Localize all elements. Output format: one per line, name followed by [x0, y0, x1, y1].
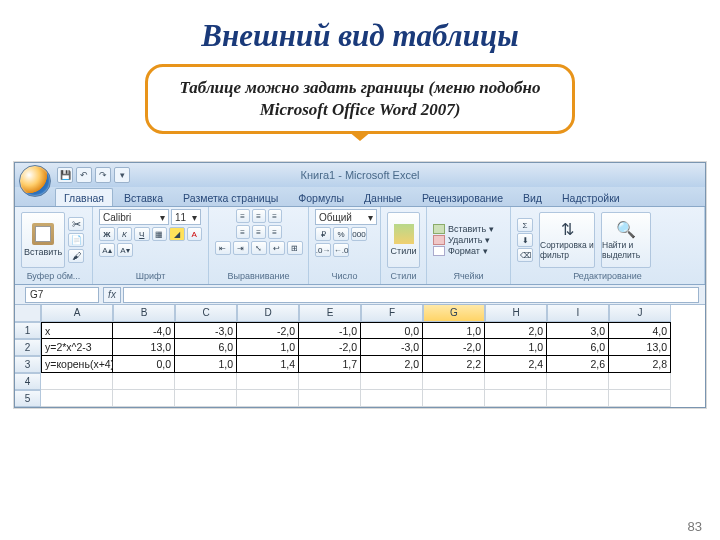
- cell[interactable]: -3,0: [175, 322, 237, 339]
- cell[interactable]: [237, 390, 299, 407]
- cell[interactable]: [485, 373, 547, 390]
- copy-button[interactable]: [68, 233, 84, 247]
- column-header[interactable]: B: [113, 305, 175, 322]
- bold-button[interactable]: Ж: [99, 227, 115, 241]
- number-format-combo[interactable]: Общий▾: [315, 209, 377, 225]
- cell[interactable]: 6,0: [547, 339, 609, 356]
- row-header[interactable]: 4: [15, 373, 41, 390]
- select-all-corner[interactable]: [15, 305, 41, 322]
- cell[interactable]: y=корень(x+4): [41, 356, 113, 373]
- align-right-button[interactable]: ≡: [268, 225, 282, 239]
- increase-indent-button[interactable]: ⇥: [233, 241, 249, 255]
- fill-button[interactable]: ⬇: [517, 233, 533, 247]
- format-cells-button[interactable]: Формат ▾: [433, 246, 494, 256]
- increase-decimal-button[interactable]: .0→: [315, 243, 331, 257]
- comma-button[interactable]: 000: [351, 227, 367, 241]
- tab-home[interactable]: Главная: [55, 188, 113, 206]
- cell[interactable]: 2,8: [609, 356, 671, 373]
- cell[interactable]: 1,7: [299, 356, 361, 373]
- cell[interactable]: 3,0: [547, 322, 609, 339]
- sort-filter-button[interactable]: ⇅ Сортировка и фильтр: [539, 212, 595, 268]
- decrease-decimal-button[interactable]: ←.0: [333, 243, 349, 257]
- autosum-button[interactable]: Σ: [517, 218, 533, 232]
- align-bottom-button[interactable]: ≡: [268, 209, 282, 223]
- cell[interactable]: 13,0: [113, 339, 175, 356]
- column-header[interactable]: F: [361, 305, 423, 322]
- cell[interactable]: [485, 390, 547, 407]
- save-icon[interactable]: 💾: [57, 167, 73, 183]
- cell[interactable]: 1,0: [423, 322, 485, 339]
- tab-view[interactable]: Вид: [514, 188, 551, 206]
- cell[interactable]: 2,0: [361, 356, 423, 373]
- cell[interactable]: y=2*x^2-3: [41, 339, 113, 356]
- grow-font-button[interactable]: A▴: [99, 243, 115, 257]
- insert-cells-button[interactable]: Вставить ▾: [433, 224, 494, 234]
- cell[interactable]: -1,0: [299, 322, 361, 339]
- name-box[interactable]: G7: [25, 287, 99, 303]
- cell[interactable]: 2,2: [423, 356, 485, 373]
- column-header[interactable]: G: [423, 305, 485, 322]
- cell[interactable]: [609, 390, 671, 407]
- qat-dropdown-icon[interactable]: ▾: [114, 167, 130, 183]
- find-select-button[interactable]: 🔍 Найти и выделить: [601, 212, 651, 268]
- column-header[interactable]: A: [41, 305, 113, 322]
- cell[interactable]: 1,0: [485, 339, 547, 356]
- paste-button[interactable]: Вставить: [21, 212, 65, 268]
- formula-bar[interactable]: [123, 287, 699, 303]
- column-header[interactable]: J: [609, 305, 671, 322]
- fx-button[interactable]: fx: [103, 287, 121, 303]
- cell[interactable]: -2,0: [299, 339, 361, 356]
- cell[interactable]: [423, 390, 485, 407]
- cell[interactable]: 1,0: [237, 339, 299, 356]
- border-button[interactable]: ▦: [152, 227, 168, 241]
- shrink-font-button[interactable]: A▾: [117, 243, 133, 257]
- cell[interactable]: [299, 390, 361, 407]
- cell[interactable]: 2,6: [547, 356, 609, 373]
- tab-page-layout[interactable]: Разметка страницы: [174, 188, 287, 206]
- italic-button[interactable]: К: [117, 227, 133, 241]
- column-header[interactable]: C: [175, 305, 237, 322]
- cell[interactable]: -3,0: [361, 339, 423, 356]
- cell[interactable]: 6,0: [175, 339, 237, 356]
- merge-button[interactable]: ⊞: [287, 241, 303, 255]
- tab-review[interactable]: Рецензирование: [413, 188, 512, 206]
- wrap-text-button[interactable]: ↩: [269, 241, 285, 255]
- cell[interactable]: [237, 373, 299, 390]
- cell[interactable]: [113, 373, 175, 390]
- tab-formulas[interactable]: Формулы: [289, 188, 353, 206]
- column-header[interactable]: I: [547, 305, 609, 322]
- cell[interactable]: x: [41, 322, 113, 339]
- align-left-button[interactable]: ≡: [236, 225, 250, 239]
- font-name-combo[interactable]: Calibri▾: [99, 209, 169, 225]
- column-header[interactable]: E: [299, 305, 361, 322]
- cell[interactable]: [41, 373, 113, 390]
- cell[interactable]: [609, 373, 671, 390]
- cell[interactable]: -4,0: [113, 322, 175, 339]
- cut-button[interactable]: [68, 217, 84, 231]
- underline-button[interactable]: Ч: [134, 227, 150, 241]
- row-header[interactable]: 1: [15, 322, 41, 339]
- cell[interactable]: [175, 373, 237, 390]
- cell[interactable]: -2,0: [423, 339, 485, 356]
- align-middle-button[interactable]: ≡: [252, 209, 266, 223]
- cell[interactable]: [41, 390, 113, 407]
- row-header[interactable]: 3: [15, 356, 41, 373]
- percent-button[interactable]: %: [333, 227, 349, 241]
- cell[interactable]: 1,4: [237, 356, 299, 373]
- styles-button[interactable]: Стили: [387, 212, 420, 268]
- cell[interactable]: 0,0: [113, 356, 175, 373]
- font-color-button[interactable]: A: [187, 227, 203, 241]
- orientation-button[interactable]: ⤡: [251, 241, 267, 255]
- office-button[interactable]: [19, 165, 51, 197]
- cell[interactable]: 2,0: [485, 322, 547, 339]
- delete-cells-button[interactable]: Удалить ▾: [433, 235, 494, 245]
- font-size-combo[interactable]: 11▾: [171, 209, 201, 225]
- column-header[interactable]: H: [485, 305, 547, 322]
- cell[interactable]: -2,0: [237, 322, 299, 339]
- cell[interactable]: 1,0: [175, 356, 237, 373]
- tab-addins[interactable]: Надстройки: [553, 188, 629, 206]
- cell[interactable]: 4,0: [609, 322, 671, 339]
- currency-button[interactable]: ₽: [315, 227, 331, 241]
- tab-data[interactable]: Данные: [355, 188, 411, 206]
- cell[interactable]: [423, 373, 485, 390]
